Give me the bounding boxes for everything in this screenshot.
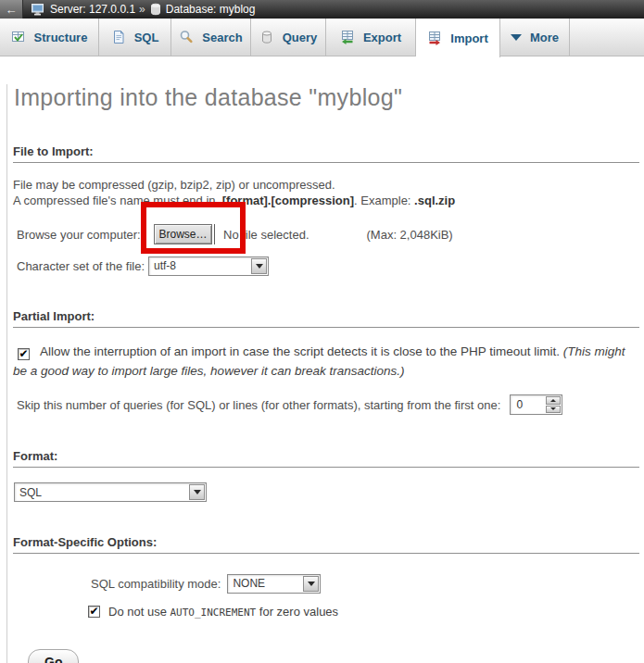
filename-rule-mid: . Example: bbox=[354, 194, 414, 207]
import-icon bbox=[427, 31, 442, 45]
tab-import-label: Import bbox=[450, 31, 487, 45]
tab-sql-label: SQL bbox=[134, 31, 159, 44]
query-icon bbox=[259, 30, 274, 44]
page-title: Importing into the database "myblog" bbox=[14, 84, 642, 111]
dropdown-arrow-icon[interactable] bbox=[251, 258, 267, 274]
tab-search[interactable]: Search bbox=[171, 19, 251, 56]
search-icon bbox=[179, 30, 194, 44]
charset-label: Character set of the file: bbox=[17, 259, 148, 273]
skip-queries-input[interactable]: 0 bbox=[510, 394, 562, 415]
auto-increment-code: AUTO_INCREMENT bbox=[170, 607, 257, 619]
allow-interruption-row: Allow the interruption of an import in c… bbox=[13, 342, 641, 381]
dropdown-arrow-icon[interactable] bbox=[303, 576, 319, 592]
compression-info-line: File may be compressed (gzip, bzip2, zip… bbox=[13, 178, 335, 192]
breadcrumb-bar: ← Server: 127.0.0.1 » Database: myblog bbox=[0, 0, 644, 19]
main-content: Importing into the database "myblog" Fil… bbox=[6, 84, 644, 663]
skip-queries-value: 0 bbox=[511, 398, 546, 411]
sql-icon bbox=[111, 30, 126, 44]
browse-row: Browse your computer: Browse… No file se… bbox=[13, 223, 642, 245]
sql-compatibility-label: SQL compatibility mode: bbox=[91, 577, 221, 591]
number-spinner bbox=[546, 396, 561, 413]
tab-structure-label: Structure bbox=[34, 31, 88, 44]
tab-structure[interactable]: Structure bbox=[0, 19, 99, 56]
back-arrow-icon: ← bbox=[6, 3, 18, 17]
skip-queries-label: Skip this number of queries (for SQL) or… bbox=[17, 398, 500, 412]
go-button[interactable]: Go bbox=[28, 649, 79, 663]
section-heading-file-to-import: File to Import: bbox=[13, 144, 639, 163]
auto-increment-text: Do not use AUTO_INCREMENT for zero value… bbox=[108, 605, 338, 619]
filename-rule-example: .sql.zip bbox=[414, 194, 455, 207]
format-select-value: SQL bbox=[15, 486, 188, 499]
browse-label: Browse your computer: bbox=[17, 228, 154, 242]
breadcrumb-separator: » bbox=[139, 3, 145, 16]
section-heading-partial-import: Partial Import: bbox=[13, 309, 639, 328]
charset-select-value: utf-8 bbox=[149, 259, 250, 272]
auto-increment-checkbox[interactable] bbox=[88, 606, 100, 618]
file-input-separator bbox=[214, 224, 215, 244]
chevron-down-icon bbox=[511, 34, 522, 41]
filename-rule-format: .[format].[compression] bbox=[219, 194, 354, 207]
spinner-up-button[interactable] bbox=[546, 396, 561, 405]
tab-query-label: Query bbox=[283, 31, 318, 44]
format-select[interactable]: SQL bbox=[14, 482, 207, 502]
allow-interruption-checkbox[interactable] bbox=[18, 348, 30, 360]
export-icon bbox=[340, 30, 355, 44]
browse-button[interactable]: Browse… bbox=[154, 224, 212, 244]
tab-export-label: Export bbox=[363, 31, 401, 44]
file-import-description: File may be compressed (gzip, bzip2, zip… bbox=[13, 177, 642, 208]
sql-compatibility-row: SQL compatibility mode: NONE bbox=[91, 573, 642, 594]
tab-more[interactable]: More bbox=[500, 19, 570, 56]
breadcrumb-database[interactable]: Database: myblog bbox=[166, 3, 256, 16]
tab-query[interactable]: Query bbox=[251, 19, 326, 56]
skip-queries-row: Skip this number of queries (for SQL) or… bbox=[13, 394, 642, 416]
server-icon bbox=[32, 3, 45, 17]
sql-compatibility-value: NONE bbox=[228, 577, 302, 590]
section-heading-format-specific-options: Format-Specific Options: bbox=[13, 535, 639, 554]
structure-icon bbox=[11, 30, 26, 44]
back-button[interactable]: ← bbox=[0, 0, 23, 19]
tab-sql[interactable]: SQL bbox=[99, 19, 171, 56]
tab-import[interactable]: Import bbox=[416, 19, 500, 57]
charset-select[interactable]: utf-8 bbox=[148, 256, 269, 276]
tab-bar-filler bbox=[570, 19, 644, 56]
tab-more-label: More bbox=[530, 31, 559, 44]
dropdown-arrow-icon[interactable] bbox=[189, 484, 205, 500]
no-file-selected-text: No file selected. bbox=[223, 228, 309, 242]
section-heading-format: Format: bbox=[13, 449, 639, 468]
sql-compatibility-select[interactable]: NONE bbox=[227, 574, 321, 594]
database-icon bbox=[150, 3, 161, 16]
tab-search-label: Search bbox=[202, 31, 242, 44]
tab-bar: Structure SQL Search bbox=[0, 19, 644, 56]
allow-interruption-text: Allow the interruption of an import in c… bbox=[40, 344, 563, 358]
max-upload-size: (Max: 2,048KiB) bbox=[367, 228, 453, 242]
auto-increment-row: Do not use AUTO_INCREMENT for zero value… bbox=[88, 604, 642, 619]
spinner-down-button[interactable] bbox=[546, 406, 561, 414]
breadcrumb-server[interactable]: Server: 127.0.0.1 bbox=[50, 3, 135, 16]
tab-export[interactable]: Export bbox=[326, 19, 416, 56]
filename-rule-prefix: A compressed file's name must end in bbox=[13, 194, 219, 207]
charset-row: Character set of the file: utf-8 bbox=[13, 256, 642, 276]
